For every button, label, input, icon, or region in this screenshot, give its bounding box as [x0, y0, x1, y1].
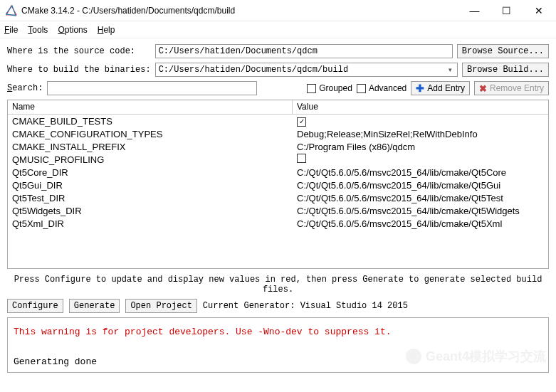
- build-input[interactable]: [155, 63, 458, 77]
- search-input[interactable]: [47, 81, 257, 95]
- add-entry-button[interactable]: ✚Add Entry: [411, 81, 470, 95]
- menu-tools[interactable]: Tools: [28, 25, 48, 35]
- cache-value[interactable]: C:/Qt/Qt5.6.0/5.6/msvc2015_64/lib/cmake/…: [293, 218, 548, 229]
- menu-bar: File Tools Options Help: [0, 21, 556, 38]
- value-checkbox[interactable]: [297, 154, 306, 163]
- column-value-header[interactable]: Value: [293, 100, 548, 114]
- advanced-checkbox[interactable]: Advanced: [357, 83, 406, 93]
- cache-name: CMAKE_INSTALL_PREFIX: [8, 142, 293, 152]
- log-done-line: Generating done: [14, 355, 542, 370]
- cache-name: Qt5Gui_DIR: [8, 180, 293, 191]
- remove-entry-button[interactable]: ✖Remove Entry: [474, 81, 549, 95]
- minimize-button[interactable]: —: [458, 0, 491, 21]
- app-icon: [6, 5, 17, 16]
- cache-name: CMAKE_BUILD_TESTS: [8, 116, 293, 127]
- browse-build-button[interactable]: Browse Build...: [462, 63, 549, 77]
- cache-name: Qt5Core_DIR: [8, 167, 293, 178]
- cache-value[interactable]: C:/Qt/Qt5.6.0/5.6/msvc2015_64/lib/cmake/…: [293, 193, 548, 203]
- generate-button[interactable]: Generate: [69, 299, 120, 313]
- menu-file[interactable]: File: [4, 25, 18, 35]
- cache-row[interactable]: CMAKE_INSTALL_PREFIXC:/Program Files (x8…: [8, 140, 548, 153]
- hint-text: Press Configure to update and display ne…: [7, 272, 549, 299]
- cache-name: Qt5Test_DIR: [8, 193, 293, 203]
- open-project-button[interactable]: Open Project: [125, 299, 196, 313]
- build-label: Where to build the binaries:: [7, 65, 151, 75]
- maximize-button[interactable]: ☐: [491, 0, 523, 21]
- source-label: Where is the source code:: [7, 46, 151, 56]
- cache-row[interactable]: Qt5Widgets_DIRC:/Qt/Qt5.6.0/5.6/msvc2015…: [8, 204, 548, 217]
- grouped-checkbox[interactable]: Grouped: [307, 83, 352, 93]
- cache-row[interactable]: QMUSIC_PROFILING: [8, 153, 548, 166]
- column-name-header[interactable]: Name: [8, 100, 293, 114]
- cache-row[interactable]: Qt5Core_DIRC:/Qt/Qt5.6.0/5.6/msvc2015_64…: [8, 166, 548, 179]
- cache-name: QMUSIC_PROFILING: [8, 154, 293, 165]
- cache-row[interactable]: Qt5Xml_DIRC:/Qt/Qt5.6.0/5.6/msvc2015_64/…: [8, 217, 548, 230]
- menu-options[interactable]: Options: [58, 25, 87, 35]
- close-button[interactable]: ✕: [523, 0, 555, 21]
- value-checkbox[interactable]: ✓: [297, 117, 306, 127]
- log-output[interactable]: This warning is for project developers. …: [7, 317, 549, 373]
- configure-button[interactable]: Configure: [7, 299, 63, 313]
- plus-icon: ✚: [416, 83, 424, 94]
- cache-row[interactable]: CMAKE_CONFIGURATION_TYPESDebug;Release;M…: [8, 127, 548, 140]
- cache-value[interactable]: C:/Qt/Qt5.6.0/5.6/msvc2015_64/lib/cmake/…: [293, 180, 548, 191]
- browse-source-button[interactable]: Browse Source...: [457, 44, 549, 58]
- search-label: Search:: [7, 83, 43, 93]
- cache-value[interactable]: C:/Program Files (x86)/qdcm: [293, 142, 548, 152]
- source-input[interactable]: [155, 44, 453, 58]
- x-icon: ✖: [479, 83, 487, 94]
- cache-value[interactable]: C:/Qt/Qt5.6.0/5.6/msvc2015_64/lib/cmake/…: [293, 206, 548, 216]
- cache-list: Name Value CMAKE_BUILD_TESTS✓CMAKE_CONFI…: [7, 100, 549, 269]
- log-warning-line: This warning is for project developers. …: [14, 325, 542, 340]
- window-title: CMake 3.14.2 - C:/Users/hatiden/Document…: [21, 6, 458, 16]
- menu-help[interactable]: Help: [98, 25, 115, 35]
- cache-row[interactable]: Qt5Test_DIRC:/Qt/Qt5.6.0/5.6/msvc2015_64…: [8, 191, 548, 204]
- cache-value[interactable]: ✓: [293, 115, 548, 127]
- cache-name: Qt5Widgets_DIR: [8, 206, 293, 216]
- svg-marker-1: [6, 5, 17, 16]
- current-generator-text: Current Generator: Visual Studio 14 2015: [203, 301, 408, 311]
- cache-row[interactable]: Qt5Gui_DIRC:/Qt/Qt5.6.0/5.6/msvc2015_64/…: [8, 179, 548, 191]
- cache-value[interactable]: Debug;Release;MinSizeRel;RelWithDebInfo: [293, 129, 548, 139]
- cache-value[interactable]: [293, 154, 548, 165]
- cache-name: Qt5Xml_DIR: [8, 218, 293, 229]
- cache-name: CMAKE_CONFIGURATION_TYPES: [8, 129, 293, 139]
- chevron-down-icon[interactable]: ▾: [445, 64, 456, 75]
- cache-row[interactable]: CMAKE_BUILD_TESTS✓: [8, 115, 548, 127]
- title-bar: CMake 3.14.2 - C:/Users/hatiden/Document…: [0, 0, 556, 21]
- cache-value[interactable]: C:/Qt/Qt5.6.0/5.6/msvc2015_64/lib/cmake/…: [293, 167, 548, 178]
